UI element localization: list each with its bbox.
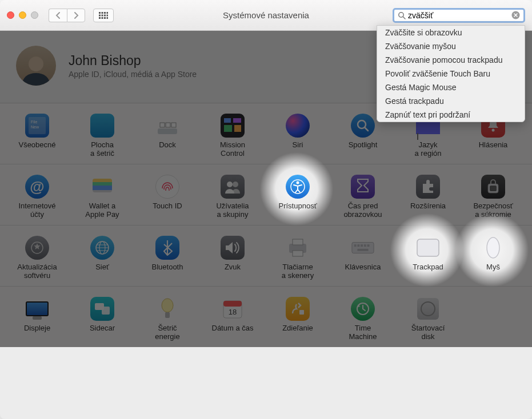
pref-label: Štartovacídisk xyxy=(411,324,445,341)
pref-extensions[interactable]: Rozšírenia xyxy=(395,175,461,219)
clear-search-button[interactable] xyxy=(511,11,520,19)
desktop-icon xyxy=(90,114,114,138)
users-icon xyxy=(221,175,245,199)
pref-sidecar[interactable]: Sidecar xyxy=(70,297,135,341)
pref-label: Plochaa šetrič xyxy=(90,141,114,158)
pref-trackpad[interactable]: Trackpad xyxy=(395,236,461,280)
search-input[interactable] xyxy=(408,11,511,20)
svg-rect-23 xyxy=(224,118,231,123)
svg-text:18: 18 xyxy=(229,308,237,316)
printers-icon xyxy=(286,236,310,260)
accessibility-icon xyxy=(286,175,310,199)
search-icon xyxy=(398,11,406,19)
pref-label: Trackpad xyxy=(413,263,443,280)
svg-text:File: File xyxy=(31,120,37,124)
svg-rect-4 xyxy=(99,14,101,16)
pref-bluetooth[interactable]: Bluetooth xyxy=(135,236,200,280)
pref-security[interactable]: Bezpečnosťa súkromie xyxy=(461,175,526,219)
pref-label: Zdieľanie xyxy=(282,324,313,341)
svg-rect-7 xyxy=(107,14,109,16)
pref-label: Dátum a čas xyxy=(212,324,254,341)
pref-internet-accounts[interactable]: @ Internetovéúčty xyxy=(5,175,70,219)
titlebar: Systémové nastavenia Zväčšite si obrazov… xyxy=(0,0,532,31)
suggestion-item[interactable]: Gestá Magic Mouse xyxy=(377,80,525,94)
pref-software-update[interactable]: Aktualizáciasoftvéru xyxy=(5,236,70,280)
show-all-button[interactable] xyxy=(93,9,114,22)
suggestion-item[interactable]: Povoliť zväčšenie Touch Baru xyxy=(377,67,525,80)
grid-icon xyxy=(99,12,108,19)
pref-mission-control[interactable]: MissionControl xyxy=(200,114,265,158)
sharing-icon xyxy=(286,297,310,321)
pref-label: Klávesnica xyxy=(345,263,381,280)
search-field[interactable] xyxy=(393,8,525,23)
forward-button[interactable] xyxy=(67,9,85,22)
svg-rect-33 xyxy=(93,186,112,190)
svg-line-13 xyxy=(403,17,405,19)
window-controls xyxy=(7,11,38,19)
suggestion-item[interactable]: Gestá trackpadu xyxy=(377,94,525,108)
svg-rect-50 xyxy=(354,244,357,247)
pref-printers[interactable]: Tlačiarnea skenery xyxy=(265,236,330,280)
pref-touchid[interactable]: Touch ID xyxy=(135,175,200,219)
network-icon xyxy=(90,236,114,260)
minimize-button[interactable] xyxy=(19,11,26,19)
svg-rect-51 xyxy=(357,244,359,247)
mission-control-icon xyxy=(221,114,245,138)
pref-network[interactable]: Sieť xyxy=(70,236,135,280)
pref-users[interactable]: Užívateliaa skupiny xyxy=(200,175,265,219)
close-button[interactable] xyxy=(7,11,14,19)
timemachine-icon xyxy=(351,297,375,321)
internet-accounts-icon: @ xyxy=(25,175,49,199)
pref-label: Touch ID xyxy=(153,202,182,219)
bluetooth-icon xyxy=(155,236,179,260)
pref-wallet[interactable]: Wallet aApple Pay xyxy=(70,175,135,219)
pref-keyboard[interactable]: Klávesnica xyxy=(330,236,395,280)
pref-screentime[interactable]: Čas predobrazovkou xyxy=(330,175,395,219)
pref-label: Zvuk xyxy=(225,263,241,280)
pref-accessibility[interactable]: Prístupnosť xyxy=(265,175,330,219)
pref-dock[interactable]: Dock xyxy=(135,114,200,158)
svg-rect-47 xyxy=(293,239,303,245)
pref-general[interactable]: FileNew Všeobecné xyxy=(5,114,70,158)
software-update-icon xyxy=(25,236,49,260)
touchid-icon xyxy=(155,175,179,199)
svg-rect-55 xyxy=(357,249,368,251)
svg-rect-61 xyxy=(165,312,170,318)
svg-point-29 xyxy=(492,129,495,132)
suggestion-item[interactable]: Zväčšovanie myšou xyxy=(377,39,525,53)
pref-label: Prístupnosť xyxy=(278,202,317,219)
pref-siri[interactable]: Siri xyxy=(265,114,330,158)
pref-mouse[interactable]: Myš xyxy=(461,236,526,280)
pref-sound[interactable]: Zvuk xyxy=(200,236,265,280)
pref-label: Dock xyxy=(159,141,176,158)
system-preferences-window: Systémové nastavenia Zväčšite si obrazov… xyxy=(0,0,532,419)
svg-rect-53 xyxy=(364,244,366,247)
svg-line-28 xyxy=(365,127,368,131)
pref-timemachine[interactable]: TimeMachine xyxy=(330,297,395,341)
extensions-icon xyxy=(416,175,440,199)
svg-text:New: New xyxy=(31,125,39,129)
svg-rect-52 xyxy=(361,244,363,247)
pref-desktop[interactable]: Plochaa šetrič xyxy=(70,114,135,158)
suggestion-item[interactable]: Zväčšovanie pomocou trackpadu xyxy=(377,53,525,67)
pref-sharing[interactable]: Zdieľanie xyxy=(265,297,330,341)
pref-energy[interactable]: Šetričenergie xyxy=(135,297,200,341)
back-button[interactable] xyxy=(49,9,67,22)
user-subtitle: Apple ID, iCloud, médiá a App Store xyxy=(69,70,197,79)
svg-rect-2 xyxy=(104,12,106,14)
svg-rect-49 xyxy=(352,242,374,253)
svg-rect-0 xyxy=(99,12,101,14)
pref-datetime[interactable]: 18 Dátum a čas xyxy=(200,297,265,341)
suggestion-item[interactable]: Zapnúť text pri podržaní xyxy=(377,108,525,122)
svg-rect-20 xyxy=(160,123,165,127)
pref-displays[interactable]: Displeje xyxy=(5,297,70,341)
pref-label: Jazyka región xyxy=(415,141,442,158)
suggestion-item[interactable]: Zväčšite si obrazovku xyxy=(377,26,525,39)
pref-label: Siri xyxy=(293,141,303,158)
datetime-icon: 18 xyxy=(221,297,245,321)
pref-startup-disk[interactable]: Štartovacídisk xyxy=(395,297,461,341)
pref-label: MissionControl xyxy=(220,141,245,158)
svg-point-37 xyxy=(297,182,299,184)
search-wrap: Zväčšite si obrazovku Zväčšovanie myšou … xyxy=(393,8,525,23)
svg-rect-26 xyxy=(234,125,241,132)
